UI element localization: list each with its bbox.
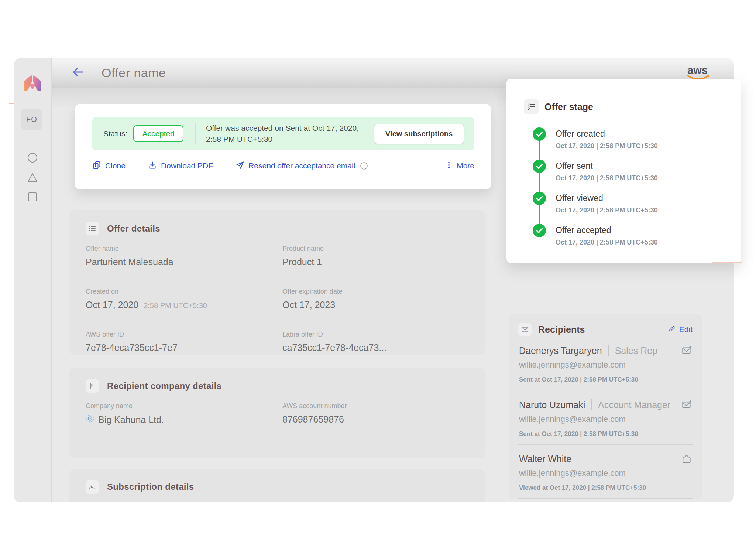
field-value: Parturient Malesuada	[86, 257, 282, 267]
recipient-name: Walter White	[519, 454, 571, 464]
recipient-header: Daenerys Targaryen Sales Rep	[519, 345, 692, 356]
timeline-step: Offer sentOct 17, 2020 | 2:58 PM UTC+5:3…	[533, 160, 741, 192]
field-label: Labra offer ID	[282, 331, 468, 338]
field-label: Created on	[86, 288, 282, 296]
mail-sent-icon	[681, 400, 692, 410]
resend-email-button[interactable]: Resend offer acceptance email	[236, 161, 355, 171]
recipient-email: willie.jennings@example.com	[519, 360, 692, 370]
action-divider	[137, 160, 137, 172]
step-timestamp: Oct 17, 2020 | 2:58 PM UTC+5:30	[556, 239, 658, 246]
app-logo-icon[interactable]	[22, 74, 43, 93]
download-pdf-button[interactable]: Download PDF	[148, 161, 213, 171]
field-label: AWS offer ID	[86, 331, 282, 338]
more-button[interactable]: More	[445, 161, 474, 171]
field-label: Product name	[282, 245, 468, 253]
left-edge-marker	[9, 103, 14, 104]
timeline-step: Offer viewedOct 17, 2020 | 2:58 PM UTC+5…	[533, 192, 741, 224]
company-badge-icon	[86, 414, 94, 425]
sidebar-item-triangle[interactable]	[27, 172, 38, 184]
workspace-badge[interactable]: FO	[21, 109, 42, 130]
circle-icon	[27, 152, 38, 164]
field-company-name: Company name Big Kahuna Ltd.	[86, 402, 282, 425]
company-details-panel: Recipient company details Company name B…	[69, 368, 485, 458]
detail-row: Offer name Parturient Malesuada Product …	[86, 235, 468, 278]
recipient-email: willie.jennings@example.com	[519, 468, 692, 478]
copy-icon	[92, 161, 101, 171]
edit-recipients-button[interactable]: Edit	[668, 325, 693, 334]
pencil-icon	[668, 325, 676, 334]
recipient-role: Sales Rep	[615, 345, 657, 356]
step-label: Offer created	[556, 129, 658, 139]
page-title: Offer name	[102, 66, 166, 80]
field-value: 876987659876	[282, 414, 468, 425]
field-label: AWS account number	[282, 402, 468, 410]
recipients-heading: Recipients Edit	[518, 323, 693, 336]
check-circle-icon	[533, 192, 546, 205]
recipient-status: Viewed at Oct 17, 2020 | 2:58 PM UTC+5:3…	[519, 484, 692, 492]
send-icon	[236, 161, 244, 171]
field-expiration-date: Offer expiration date Oct 17, 2023	[282, 288, 468, 310]
step-label: Offer viewed	[556, 193, 658, 203]
sidebar-item-square[interactable]	[27, 191, 38, 203]
field-product-name: Product name Product 1	[282, 245, 468, 267]
step-timestamp: Oct 17, 2020 | 2:58 PM UTC+5:30	[556, 142, 658, 150]
banner-divider	[195, 123, 196, 144]
company-details-heading: Recipient company details	[86, 379, 468, 393]
recipient-name: Naruto Uzumaki	[519, 400, 585, 410]
field-label: Offer name	[86, 245, 282, 253]
subscription-details-heading: Subscription details	[86, 480, 468, 494]
action-divider	[224, 160, 224, 172]
info-icon[interactable]	[360, 162, 368, 170]
checklist-icon	[524, 99, 539, 114]
timeline-step: Offer createdOct 17, 2020 | 2:58 PM UTC+…	[533, 127, 741, 160]
view-subscriptions-button[interactable]: View subscriptions	[374, 124, 464, 144]
check-circle-icon	[533, 160, 546, 173]
recipient-row: Daenerys Targaryen Sales Rep willie.jenn…	[518, 336, 693, 390]
field-label: Company name	[86, 402, 282, 410]
recipient-email: willie.jennings@example.com	[519, 414, 692, 424]
field-value: Oct 17, 20202:58 PM UTC+5:30	[86, 300, 282, 310]
square-icon	[27, 191, 38, 203]
status-banner: Status: Accepted Offer was accepted on S…	[92, 117, 474, 150]
recipient-header: Walter White	[519, 454, 692, 464]
check-circle-icon	[533, 224, 546, 237]
recipient-role: Account Manager	[598, 400, 670, 410]
mail-opened-icon	[681, 454, 692, 464]
more-label: More	[457, 161, 474, 170]
list-icon	[86, 222, 99, 235]
step-label: Offer sent	[556, 161, 658, 171]
sidebar-item-circle[interactable]	[27, 152, 38, 164]
recipient-row: Naruto Uzumaki Account Manager willie.je…	[518, 390, 693, 445]
triangle-icon	[27, 172, 38, 184]
clone-button[interactable]: Clone	[92, 161, 126, 171]
field-created-on: Created on Oct 17, 20202:58 PM UTC+5:30	[86, 288, 282, 310]
building-icon	[86, 379, 99, 393]
created-time: 2:58 PM UTC+5:30	[144, 301, 207, 310]
download-icon	[148, 161, 157, 171]
subscription-details-panel: Subscription details	[69, 469, 485, 502]
signature-icon	[86, 480, 99, 494]
status-message: Offer was accepted on Sent at Oct 17, 20…	[206, 123, 373, 145]
offer-details-heading: Offer details	[86, 222, 468, 235]
panel-title: Offer details	[107, 223, 160, 234]
step-label: Offer accepted	[556, 225, 658, 235]
back-button[interactable]	[72, 66, 85, 79]
recipient-header: Naruto Uzumaki Account Manager	[519, 399, 692, 410]
field-aws-account-number: AWS account number 876987659876	[282, 402, 468, 425]
field-labra-offer-id: Labra offer ID ca735cc1-7e78-4eca73...	[282, 331, 468, 353]
clone-label: Clone	[105, 161, 126, 170]
download-pdf-label: Download PDF	[161, 161, 213, 170]
field-label: Offer expiration date	[282, 288, 468, 296]
sidebar: FO	[14, 58, 52, 502]
field-value: Product 1	[282, 257, 468, 267]
timeline-step: Offer acceptedOct 17, 2020 | 2:58 PM UTC…	[533, 224, 741, 256]
edit-label: Edit	[679, 325, 693, 334]
recipients-card: Recipients Edit Daenerys Targaryen Sales…	[509, 314, 702, 499]
status-label: Status:	[103, 129, 127, 138]
detail-row: Created on Oct 17, 20202:58 PM UTC+5:30 …	[86, 278, 468, 321]
field-value: Big Kahuna Ltd.	[86, 414, 282, 425]
created-date: Oct 17, 2020	[86, 300, 138, 310]
offer-stage-timeline: Offer createdOct 17, 2020 | 2:58 PM UTC+…	[533, 127, 741, 256]
company-name: Big Kahuna Ltd.	[98, 414, 164, 425]
status-actions: Clone Download PDF Resend offer acceptan…	[92, 160, 474, 172]
